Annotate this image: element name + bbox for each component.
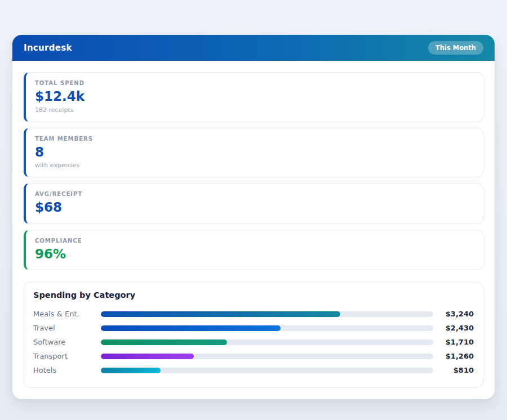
bar-fill-software [101,339,227,345]
panel-body: TOTAL SPEND $12.4k 182 receipts TEAM MEM… [12,61,495,399]
bar-fill-transport [101,354,194,359]
chart-title: Spending by Category [33,291,474,300]
spending-by-category-card: Spending by Category Meals & Ent. $3,240… [24,282,483,388]
chart-row-meals: Meals & Ent. $3,240 [33,307,474,321]
chart-row-software: Software $1,710 [33,335,474,349]
bar-track [101,354,433,359]
stat-value: 96% [35,247,474,262]
bar-track [101,311,433,317]
bar-fill-meals [101,311,340,317]
bar-track [101,339,433,345]
category-label: Travel [33,324,101,332]
app-header: Incurdesk This Month [12,35,495,61]
page-background: { "app": { "title": "Incurdesk", "period… [0,0,507,420]
stat-card-team-members: TEAM MEMBERS 8 with expenses [24,128,483,178]
app-title: Incurdesk [24,43,72,53]
category-label: Transport [33,352,101,360]
category-label: Meals & Ent. [33,310,101,318]
category-value: $1,710 [438,338,474,346]
stat-value: $68 [35,200,474,216]
category-value: $3,240 [438,310,474,318]
category-label: Software [33,338,101,346]
stat-label: TOTAL SPEND [35,80,474,86]
stat-card-total-spend: TOTAL SPEND $12.4k 182 receipts [24,72,483,122]
chart-row-travel: Travel $2,430 [33,321,474,335]
stat-label: AVG/RECEIPT [35,191,474,197]
stat-subtitle: 182 receipts [35,106,474,114]
stat-label: TEAM MEMBERS [35,136,474,142]
incurdesk-panel: Incurdesk This Month TOTAL SPEND $12.4k … [12,35,495,399]
category-value: $1,260 [438,352,474,360]
category-label: Hotels [33,366,101,374]
bar-fill-hotels [101,368,161,373]
category-value: $2,430 [438,324,474,332]
stat-card-avg-receipt: AVG/RECEIPT $68 [24,183,483,224]
stat-value: $12.4k [35,89,474,105]
stat-value: 8 [35,145,474,160]
stat-label: COMPLIANCE [35,238,474,244]
period-badge[interactable]: This Month [428,41,483,55]
bar-fill-travel [101,325,281,331]
stat-subtitle: with expenses [35,162,474,169]
stat-card-compliance: COMPLIANCE 96% [24,230,483,271]
category-value: $810 [438,366,474,374]
bar-track [101,325,433,331]
bar-track [101,368,433,373]
chart-row-transport: Transport $1,260 [33,349,474,363]
chart-row-hotels: Hotels $810 [33,363,474,377]
